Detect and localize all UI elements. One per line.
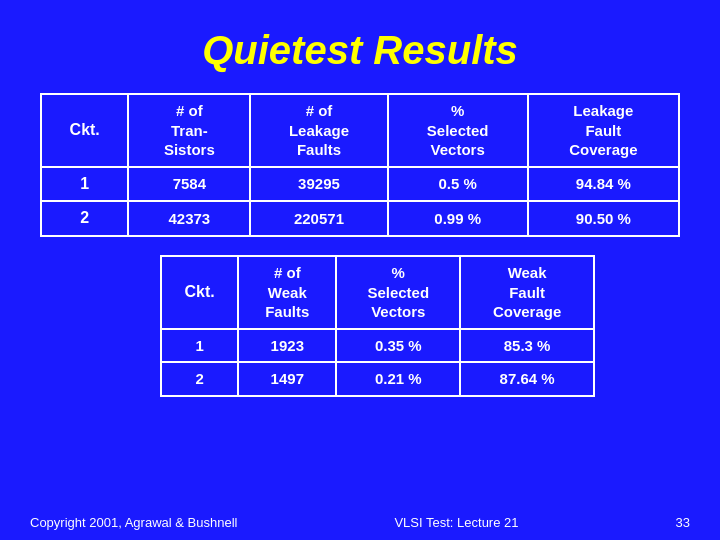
- t1-row2-faults: 220571: [250, 201, 387, 236]
- table2-header-ckt: Ckt.: [161, 256, 238, 329]
- table2-wrapper: Ckt. # ofWeakFaults %SelectedVectors Wea…: [40, 255, 680, 397]
- t1-row1-ckt: 1: [41, 167, 128, 202]
- table2-header-coverage: WeakFaultCoverage: [460, 256, 594, 329]
- table1-header-leakage-faults: # ofLeakageFaults: [250, 94, 387, 167]
- t1-row1-vectors: 0.5 %: [388, 167, 528, 202]
- t1-row2-ckt: 2: [41, 201, 128, 236]
- table1-header-selected-vectors: %SelectedVectors: [388, 94, 528, 167]
- page-title: Quietest Results: [0, 0, 720, 93]
- footer-right: 33: [676, 515, 690, 530]
- table2-header-selected-vectors: %SelectedVectors: [336, 256, 460, 329]
- t1-row2-transistors: 42373: [128, 201, 250, 236]
- t1-row1-transistors: 7584: [128, 167, 250, 202]
- footer-left: Copyright 2001, Agrawal & Bushnell: [30, 515, 237, 530]
- table1-header-ckt: Ckt.: [41, 94, 128, 167]
- table1-header-transistors: # ofTran-Sistors: [128, 94, 250, 167]
- t1-row1-faults: 39295: [250, 167, 387, 202]
- t2-row1-faults: 1923: [238, 329, 336, 363]
- t2-row2-faults: 1497: [238, 362, 336, 396]
- t2-row2-coverage: 87.64 %: [460, 362, 594, 396]
- table-row: 1 1923 0.35 % 85.3 %: [161, 329, 594, 363]
- footer-center: VLSI Test: Lecture 21: [394, 515, 518, 530]
- table-row: 1 7584 39295 0.5 % 94.84 %: [41, 167, 679, 202]
- t2-row2-ckt: 2: [161, 362, 238, 396]
- table-row: 2 1497 0.21 % 87.64 %: [161, 362, 594, 396]
- table2-header-weak-faults: # ofWeakFaults: [238, 256, 336, 329]
- t1-row2-coverage: 90.50 %: [528, 201, 679, 236]
- table1-wrapper: Ckt. # ofTran-Sistors # ofLeakageFaults …: [40, 93, 680, 237]
- t2-row1-coverage: 85.3 %: [460, 329, 594, 363]
- t1-row1-coverage: 94.84 %: [528, 167, 679, 202]
- table2: Ckt. # ofWeakFaults %SelectedVectors Wea…: [160, 255, 595, 397]
- t2-row1-vectors: 0.35 %: [336, 329, 460, 363]
- t2-row1-ckt: 1: [161, 329, 238, 363]
- table1: Ckt. # ofTran-Sistors # ofLeakageFaults …: [40, 93, 680, 237]
- table-row: 2 42373 220571 0.99 % 90.50 %: [41, 201, 679, 236]
- table1-header-coverage: LeakageFaultCoverage: [528, 94, 679, 167]
- footer: Copyright 2001, Agrawal & Bushnell VLSI …: [0, 515, 720, 530]
- t1-row2-vectors: 0.99 %: [388, 201, 528, 236]
- t2-row2-vectors: 0.21 %: [336, 362, 460, 396]
